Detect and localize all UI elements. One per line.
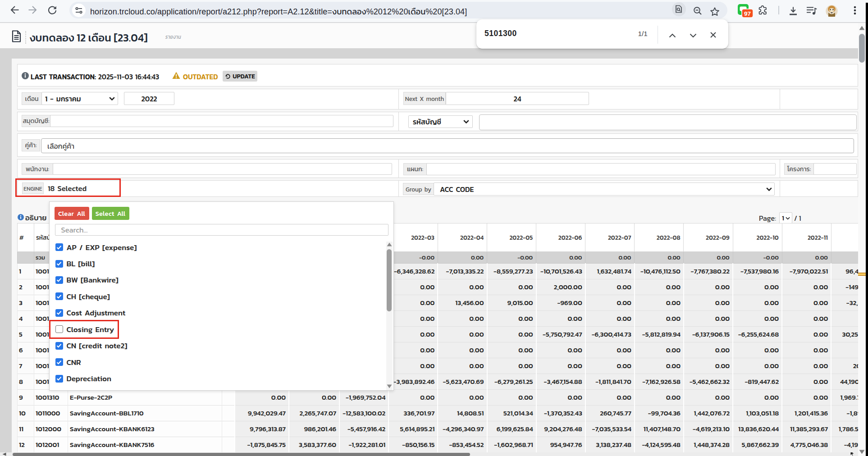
svg-text:97: 97 <box>744 10 751 17</box>
